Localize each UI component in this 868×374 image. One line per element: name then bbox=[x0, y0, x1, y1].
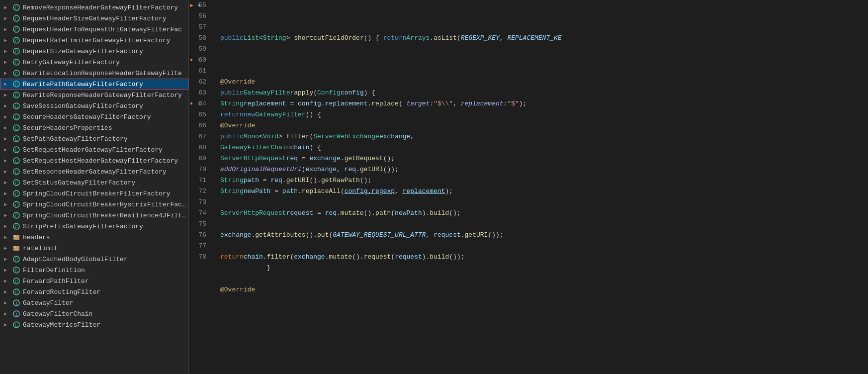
tree-arrow: ▶ bbox=[4, 169, 12, 175]
tree-arrow: ▶ bbox=[4, 267, 12, 273]
tree-label: RequestHeaderToRequestUriGatewayFilterFa… bbox=[23, 26, 182, 33]
svg-text:C: C bbox=[15, 159, 18, 164]
line-number-text: 74 bbox=[198, 208, 206, 219]
svg-text:C: C bbox=[15, 202, 18, 207]
sidebar-item-28[interactable]: ▶IGatewayFilterChain bbox=[0, 308, 188, 319]
tree-icon: C bbox=[12, 277, 21, 285]
tree-arrow: ▶ bbox=[4, 300, 12, 306]
tree-icon: C bbox=[12, 134, 21, 143]
tree-arrow: ▶ bbox=[4, 289, 12, 295]
sidebar-item-21[interactable]: ▶headers bbox=[0, 232, 188, 243]
line-indicator-warning: ● bbox=[190, 98, 193, 109]
sidebar-item-13[interactable]: ▶CSetRequestHeaderGatewayFilterFactory bbox=[0, 144, 188, 155]
line-number-text: 63 bbox=[198, 88, 206, 98]
tree-arrow: ▶ bbox=[4, 4, 12, 10]
sidebar-item-22[interactable]: ▶ratelimit bbox=[0, 243, 188, 254]
tree-arrow: ▶ bbox=[4, 48, 12, 54]
line-num-78: 78 bbox=[189, 252, 210, 263]
sidebar-item-16[interactable]: ▶CSetStatusGatewayFilterFactory bbox=[0, 177, 188, 188]
sidebar-item-6[interactable]: ▶CRewriteLocationResponseHeaderGatewayFi… bbox=[0, 68, 188, 79]
sidebar-item-17[interactable]: ▶CSpringCloudCircuitBreakerFilterFactory bbox=[0, 188, 188, 199]
tree-label: RemoveResponseHeaderGatewayFilterFactory bbox=[23, 4, 178, 11]
tree-icon: C bbox=[12, 80, 21, 89]
line-num-70: 70 bbox=[189, 164, 210, 175]
tree-label: SetResponseHeaderGatewayFilterFactory bbox=[23, 168, 167, 176]
sidebar-item-4[interactable]: ▶CRequestSizeGatewayFilterFactory bbox=[0, 46, 188, 57]
line-num-61: 61 bbox=[189, 66, 210, 77]
sidebar-item-9[interactable]: ▶CSaveSessionGatewayFilterFactory bbox=[0, 100, 188, 111]
sidebar-item-12[interactable]: ▶CSetPathGatewayFilterFactory bbox=[0, 133, 188, 144]
svg-rect-43 bbox=[13, 235, 16, 237]
sidebar-item-15[interactable]: ▶CSetResponseHeaderGatewayFilterFactory bbox=[0, 166, 188, 177]
sidebar-item-25[interactable]: ▶CForwardPathFilter bbox=[0, 276, 188, 286]
code-line-75: return chain.filter(exchange.mutate().re… bbox=[220, 252, 868, 263]
tree-icon: C bbox=[12, 25, 21, 34]
line-num-59: 59 bbox=[189, 44, 210, 55]
svg-text:C: C bbox=[15, 191, 18, 196]
tree-arrow: ▶ bbox=[4, 37, 12, 43]
code-line-59: @Override bbox=[220, 77, 868, 88]
tree-arrow: ▶ bbox=[4, 234, 12, 240]
svg-text:I: I bbox=[16, 312, 17, 317]
sidebar-item-29[interactable]: ▶CGatewayMetricsFilter bbox=[0, 319, 188, 330]
line-indicator-arrow: ▶ bbox=[190, 0, 193, 11]
tree-icon: C bbox=[12, 189, 21, 198]
svg-text:C: C bbox=[15, 257, 18, 262]
code-editor: ▶◆5556575859●⬡60616263●⬡6465666768697071… bbox=[189, 0, 868, 374]
sidebar-item-24[interactable]: ▶CFilterDefinition bbox=[0, 265, 188, 276]
sidebar-item-11[interactable]: ▶CSecureHeadersProperties bbox=[0, 122, 188, 133]
svg-text:C: C bbox=[15, 60, 18, 65]
tree-label: RewriteLocationResponseHeaderGatewayFilt… bbox=[23, 70, 182, 77]
tree-icon: C bbox=[12, 14, 21, 23]
sidebar-item-27[interactable]: ▶IGatewayFilter bbox=[0, 297, 188, 308]
sidebar-item-23[interactable]: ▶CAdaptCachedBodyGlobalFilter bbox=[0, 254, 188, 265]
svg-text:C: C bbox=[15, 224, 18, 229]
sidebar-item-18[interactable]: ▶CSpringCloudCircuitBreakerHystrixFilter… bbox=[0, 199, 188, 210]
tree-arrow: ▶ bbox=[4, 81, 12, 87]
svg-text:C: C bbox=[15, 126, 18, 131]
line-number-text: 62 bbox=[198, 77, 206, 88]
tree-icon: C bbox=[12, 200, 21, 209]
line-num-67: 67 bbox=[189, 131, 210, 142]
tree-label: ForwardPathFilter bbox=[23, 278, 89, 285]
line-number-text: 59 bbox=[198, 44, 206, 55]
line-num-75: 75 bbox=[189, 219, 210, 230]
tree-icon bbox=[12, 233, 21, 242]
sidebar-item-2[interactable]: ▶CRequestHeaderToRequestUriGatewayFilter… bbox=[0, 24, 188, 35]
sidebar-item-1[interactable]: ▶CRequestHeaderSizeGatewayFilterFactory bbox=[0, 13, 188, 24]
tree-label: SpringCloudCircuitBreakerFilterFactory bbox=[23, 190, 170, 197]
line-num-55: ▶◆55 bbox=[189, 0, 210, 11]
tree-arrow: ▶ bbox=[4, 256, 12, 262]
tree-arrow: ▶ bbox=[4, 114, 12, 120]
line-number-text: 75 bbox=[198, 219, 206, 230]
tree-label: SecureHeadersProperties bbox=[23, 124, 112, 132]
sidebar-item-14[interactable]: ▶CSetRequestHostHeaderGatewayFilterFacto… bbox=[0, 155, 188, 166]
svg-text:C: C bbox=[15, 104, 18, 109]
sidebar-item-3[interactable]: ▶CRequestRateLimiterGatewayFilterFactory bbox=[0, 35, 188, 46]
file-tree[interactable]: ▶CRemoveResponseHeaderGatewayFilterFacto… bbox=[0, 0, 189, 374]
line-number-text: 65 bbox=[198, 109, 206, 120]
tree-icon: C bbox=[12, 266, 21, 275]
sidebar-item-7[interactable]: ▶CRewritePathGatewayFilterFactory bbox=[0, 79, 188, 90]
tree-arrow: ▶ bbox=[4, 136, 12, 142]
code-line-77 bbox=[220, 274, 868, 284]
code-line-74 bbox=[220, 241, 868, 252]
line-num-63: 63 bbox=[189, 88, 210, 98]
svg-text:C: C bbox=[15, 181, 18, 186]
tree-arrow: ▶ bbox=[4, 103, 12, 109]
sidebar-item-19[interactable]: ▶CSpringCloudCircuitBreakerResilience4JF… bbox=[0, 210, 188, 221]
sidebar-item-0[interactable]: ▶CRemoveResponseHeaderGatewayFilterFacto… bbox=[0, 2, 188, 13]
code-line-60: public GatewayFilter apply(Config config… bbox=[220, 88, 868, 98]
svg-text:C: C bbox=[15, 5, 18, 10]
tree-arrow: ▶ bbox=[4, 180, 12, 186]
tree-label: SetRequestHeaderGatewayFilterFactory bbox=[23, 146, 163, 154]
sidebar-item-26[interactable]: ▶CForwardRoutingFilter bbox=[0, 286, 188, 297]
sidebar-item-8[interactable]: ▶CRewriteResponseHeaderGatewayFilterFact… bbox=[0, 90, 188, 100]
line-number-text: 71 bbox=[198, 175, 206, 186]
tree-icon: C bbox=[12, 255, 21, 264]
sidebar-item-5[interactable]: ▶CRetryGatewayFilterFactory bbox=[0, 57, 188, 68]
line-gutter-arrow: ⬡ bbox=[198, 98, 202, 109]
tree-label: SetStatusGatewayFilterFactory bbox=[23, 179, 135, 187]
sidebar-item-20[interactable]: ▶CStripPrefixGatewayFilterFactory bbox=[0, 221, 188, 232]
sidebar-item-10[interactable]: ▶CSecureHeadersGatewayFilterFactory bbox=[0, 111, 188, 122]
